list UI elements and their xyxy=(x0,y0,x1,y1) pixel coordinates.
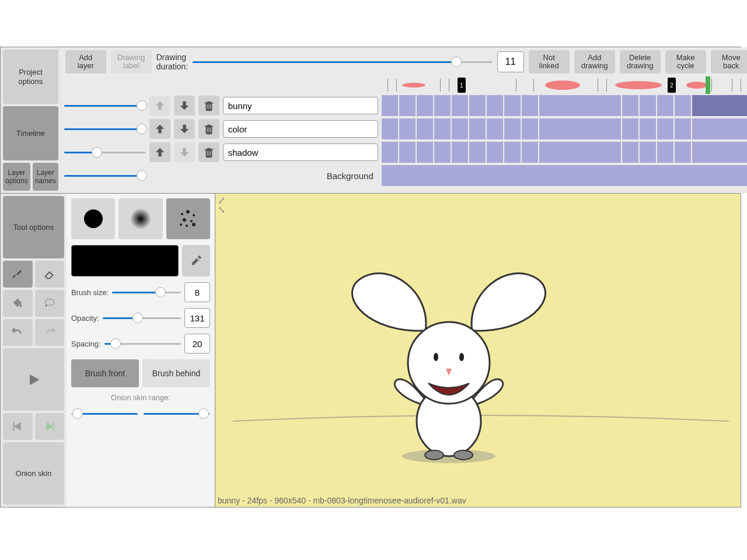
frame-cell[interactable] xyxy=(399,118,416,139)
frame-cell[interactable] xyxy=(539,142,621,163)
frame-cell[interactable] xyxy=(434,95,451,116)
next-frame-button[interactable] xyxy=(35,413,65,440)
delete-layer-button[interactable] xyxy=(198,119,219,139)
add-drawing-button[interactable]: Add drawing xyxy=(574,50,615,74)
timeline-marker[interactable]: 1 xyxy=(458,78,466,93)
frame-cell[interactable] xyxy=(657,118,673,139)
frame-cell[interactable] xyxy=(675,142,691,163)
not-linked-button[interactable]: Not linked xyxy=(529,50,570,74)
frame-cell[interactable] xyxy=(417,142,433,163)
color-swatch[interactable] xyxy=(71,245,179,276)
frame-cell[interactable] xyxy=(692,142,747,163)
move-layer-up-button[interactable] xyxy=(149,119,170,139)
drawing-duration-slider[interactable] xyxy=(193,56,493,68)
opacity-slider[interactable] xyxy=(103,312,181,324)
frame-cell[interactable] xyxy=(622,95,638,116)
brush-behind-button[interactable]: Brush behind xyxy=(142,359,210,387)
frame-cell[interactable] xyxy=(399,95,416,116)
brush-front-button[interactable]: Brush front xyxy=(71,359,139,387)
play-button[interactable] xyxy=(3,348,64,411)
frame-cell[interactable] xyxy=(504,95,521,116)
prev-frame-button[interactable] xyxy=(3,413,33,440)
frame-cell[interactable] xyxy=(522,142,538,163)
frame-cell[interactable] xyxy=(522,95,538,116)
frame-cell[interactable] xyxy=(692,95,747,116)
background-frame-strip[interactable] xyxy=(382,165,747,186)
move-layer-down-button[interactable] xyxy=(174,142,195,162)
frame-cell[interactable] xyxy=(452,118,468,139)
brush-preset-hard[interactable] xyxy=(71,198,115,239)
frame-row[interactable] xyxy=(382,94,747,117)
frame-cell[interactable] xyxy=(469,95,486,116)
timeline-right[interactable]: 1 2 xyxy=(382,76,747,193)
frame-cell[interactable] xyxy=(399,142,416,163)
spacing-input[interactable] xyxy=(184,334,210,354)
frame-cell[interactable] xyxy=(469,118,486,139)
frame-cell[interactable] xyxy=(487,118,503,139)
brush-size-input[interactable] xyxy=(184,282,210,302)
layer-opacity-slider[interactable] xyxy=(64,123,146,135)
layer-name-input[interactable] xyxy=(223,120,378,138)
move-back-button[interactable]: Move back xyxy=(711,50,747,74)
frame-cell[interactable] xyxy=(622,118,638,139)
background-opacity-slider[interactable] xyxy=(64,170,146,181)
eraser-tool-button[interactable] xyxy=(35,261,65,288)
brush-size-slider[interactable] xyxy=(112,286,181,298)
layer-opacity-slider[interactable] xyxy=(64,100,146,111)
frame-cell[interactable] xyxy=(675,118,691,139)
frame-cell[interactable] xyxy=(640,142,656,163)
frame-cell[interactable] xyxy=(504,118,521,139)
onion-range-after-slider[interactable] xyxy=(144,408,210,419)
brush-preset-texture[interactable] xyxy=(166,198,210,239)
frame-cell[interactable] xyxy=(539,118,621,139)
frame-cell[interactable] xyxy=(657,95,673,116)
spacing-slider[interactable] xyxy=(104,338,181,349)
onion-skin-button[interactable]: Onion skin xyxy=(3,442,64,505)
playhead-marker[interactable] xyxy=(706,76,710,94)
delete-layer-button[interactable] xyxy=(198,142,219,162)
frame-cell[interactable] xyxy=(434,118,451,139)
timeline-marker[interactable]: 2 xyxy=(668,78,676,93)
frame-cell[interactable] xyxy=(487,142,503,163)
frame-row[interactable] xyxy=(382,141,747,164)
frame-cell[interactable] xyxy=(417,95,433,116)
project-options-button[interactable]: Project options xyxy=(3,50,58,104)
onion-range-before-slider[interactable] xyxy=(71,408,138,419)
frame-cell[interactable] xyxy=(452,142,468,163)
redo-button[interactable] xyxy=(35,319,65,346)
layer-options-button[interactable]: Layer options xyxy=(3,163,30,191)
opacity-input[interactable] xyxy=(184,308,210,328)
color-picker-button[interactable] xyxy=(182,245,210,276)
frame-cell[interactable] xyxy=(640,118,656,139)
frame-cell[interactable] xyxy=(417,118,433,139)
tool-options-button[interactable]: Tool options xyxy=(3,196,64,258)
frame-cell[interactable] xyxy=(469,142,486,163)
drawing-duration-input[interactable] xyxy=(497,51,524,72)
move-layer-up-button[interactable] xyxy=(149,96,170,116)
frame-cell[interactable] xyxy=(487,95,503,116)
move-layer-down-button[interactable] xyxy=(174,96,195,116)
frame-cell[interactable] xyxy=(640,95,656,116)
layer-name-input[interactable] xyxy=(223,144,378,161)
frame-cell[interactable] xyxy=(692,118,747,139)
frame-cell[interactable] xyxy=(522,118,538,139)
layer-name-input[interactable] xyxy=(223,97,378,114)
layer-opacity-slider[interactable] xyxy=(64,146,146,158)
timeline-button[interactable]: Timeline xyxy=(3,106,58,160)
frame-cell[interactable] xyxy=(657,142,673,163)
frame-cell[interactable] xyxy=(382,118,398,139)
frame-cell[interactable] xyxy=(382,142,398,163)
drawing-label-button[interactable]: Drawing label xyxy=(111,50,152,74)
delete-layer-button[interactable] xyxy=(198,96,219,116)
frame-cell[interactable] xyxy=(539,95,621,116)
move-layer-down-button[interactable] xyxy=(174,119,195,139)
frame-cell[interactable] xyxy=(434,142,451,163)
canvas[interactable]: ⤢⤡ xyxy=(215,194,741,507)
undo-button[interactable] xyxy=(3,319,33,346)
frame-cell[interactable] xyxy=(382,95,398,116)
audio-track[interactable]: 1 2 xyxy=(382,76,747,94)
frame-cell[interactable] xyxy=(675,95,691,116)
brush-preset-soft[interactable] xyxy=(118,198,162,239)
brush-tool-button[interactable] xyxy=(3,261,33,288)
frame-cell[interactable] xyxy=(622,142,638,163)
